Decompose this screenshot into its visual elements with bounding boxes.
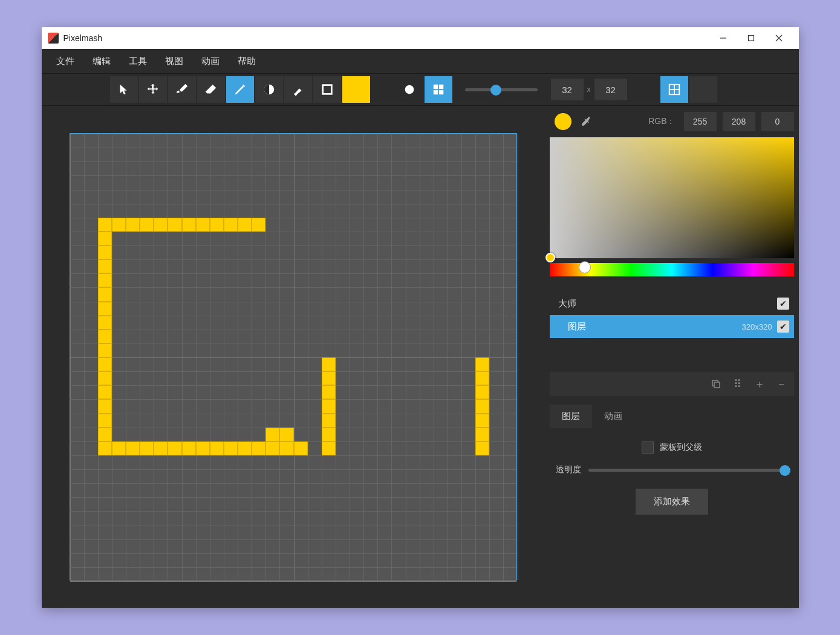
layer-properties: 蒙板到父级 透明度 添加效果 bbox=[550, 433, 794, 523]
menu-file[interactable]: 文件 bbox=[48, 52, 83, 71]
layer-panel: 大师 ✔ 图层 320x320 ✔ bbox=[550, 292, 794, 338]
toolbar: 32 x 32 bbox=[42, 73, 799, 106]
layer-row[interactable]: 图层 320x320 ✔ bbox=[550, 315, 794, 338]
tool-fill[interactable] bbox=[255, 76, 284, 103]
sv-thumb[interactable] bbox=[545, 253, 555, 262]
menu-tools[interactable]: 工具 bbox=[120, 52, 155, 71]
layer-toolbar: ⠿ ＋ － bbox=[550, 372, 794, 396]
canvas-dimensions: 32 x 32 bbox=[551, 79, 627, 100]
tool-pencil[interactable] bbox=[226, 76, 255, 103]
menu-help[interactable]: 帮助 bbox=[229, 52, 264, 71]
titlebar: Pixelmash bbox=[42, 27, 799, 49]
rgb-g-input[interactable]: 208 bbox=[723, 112, 755, 131]
grid-toggle-group bbox=[660, 76, 718, 103]
menu-anim[interactable]: 动画 bbox=[193, 52, 228, 71]
tool-move[interactable] bbox=[138, 76, 168, 103]
layer-duplicate-button[interactable] bbox=[706, 374, 726, 394]
layer-master-name: 大师 bbox=[558, 298, 777, 310]
current-color-swatch[interactable] bbox=[342, 76, 371, 103]
canvas-height-input[interactable]: 32 bbox=[594, 79, 627, 100]
svg-rect-10 bbox=[438, 90, 443, 94]
tool-brush[interactable] bbox=[168, 76, 197, 103]
layer-merge-button[interactable]: ⠿ bbox=[728, 374, 748, 394]
svg-rect-7 bbox=[433, 85, 437, 89]
app-title: Pixelmash bbox=[63, 33, 709, 43]
app-window: Pixelmash 文件 编辑 工具 视图 动画 帮助 bbox=[42, 27, 799, 608]
menubar: 文件 编辑 工具 视图 动画 帮助 bbox=[42, 49, 799, 73]
rgb-b-input[interactable]: 0 bbox=[761, 112, 794, 131]
maximize-button[interactable] bbox=[737, 27, 765, 49]
svg-rect-8 bbox=[438, 85, 443, 89]
layer-visible-checkbox[interactable]: ✔ bbox=[777, 321, 789, 333]
opacity-thumb[interactable] bbox=[780, 465, 790, 476]
content-area: xunhezhan.com RGB： 255 208 0 bbox=[42, 106, 799, 608]
tab-anim[interactable]: 动画 bbox=[592, 405, 634, 428]
svg-rect-15 bbox=[714, 382, 720, 388]
color-row: RGB： 255 208 0 bbox=[550, 111, 794, 132]
tool-smudge[interactable] bbox=[284, 76, 313, 103]
grid-off-button[interactable] bbox=[689, 76, 718, 103]
layer-name: 图层 bbox=[568, 321, 742, 333]
tool-pointer[interactable] bbox=[109, 76, 138, 103]
mask-label: 蒙板到父级 bbox=[660, 442, 702, 453]
grid-on-button[interactable] bbox=[660, 76, 689, 103]
hue-slider[interactable] bbox=[550, 263, 794, 276]
menu-view[interactable]: 视图 bbox=[157, 52, 192, 71]
rgb-label: RGB： bbox=[648, 116, 675, 127]
svg-rect-5 bbox=[322, 85, 331, 94]
layer-size: 320x320 bbox=[742, 322, 772, 331]
app-logo-icon bbox=[48, 33, 59, 44]
brush-shape-circle[interactable] bbox=[395, 76, 424, 103]
svg-rect-1 bbox=[748, 36, 754, 41]
rgb-r-input[interactable]: 255 bbox=[684, 112, 717, 131]
current-color-circle[interactable] bbox=[555, 113, 571, 130]
canvas[interactable] bbox=[70, 133, 517, 581]
layer-tabs: 图层 动画 bbox=[550, 405, 794, 428]
layer-master-row[interactable]: 大师 ✔ bbox=[550, 292, 794, 315]
slider-thumb[interactable] bbox=[490, 85, 501, 96]
mask-checkbox[interactable] bbox=[642, 441, 654, 454]
grid-overlay bbox=[70, 134, 516, 580]
layer-remove-button[interactable]: － bbox=[771, 374, 792, 394]
opacity-slider[interactable] bbox=[588, 469, 788, 472]
layer-master-visible-checkbox[interactable]: ✔ bbox=[777, 298, 789, 310]
add-effect-button[interactable]: 添加效果 bbox=[636, 489, 708, 515]
minimize-button[interactable] bbox=[709, 27, 737, 49]
canvas-area: xunhezhan.com bbox=[42, 106, 545, 608]
opacity-label: 透明度 bbox=[556, 464, 581, 475]
brush-shape-square[interactable] bbox=[424, 76, 453, 103]
opacity-row: 透明度 bbox=[556, 464, 788, 475]
tool-eraser[interactable] bbox=[197, 76, 226, 103]
dim-separator: x bbox=[585, 85, 593, 94]
tool-group bbox=[109, 76, 371, 103]
brush-shape-group bbox=[395, 76, 453, 103]
saturation-value-picker[interactable] bbox=[550, 137, 794, 258]
menu-edit[interactable]: 编辑 bbox=[84, 52, 119, 71]
brush-size-slider[interactable] bbox=[465, 88, 538, 91]
layer-add-button[interactable]: ＋ bbox=[749, 374, 770, 394]
canvas-width-input[interactable]: 32 bbox=[551, 79, 584, 100]
hue-thumb[interactable] bbox=[579, 261, 591, 273]
eyedropper-button[interactable] bbox=[578, 113, 594, 130]
tab-layer[interactable]: 图层 bbox=[550, 405, 592, 428]
right-panel: RGB： 255 208 0 大师 ✔ 图层 320x320 ✔ bbox=[545, 106, 799, 608]
svg-rect-9 bbox=[433, 90, 437, 94]
tool-rect[interactable] bbox=[313, 76, 342, 103]
svg-point-6 bbox=[405, 85, 414, 94]
mask-row: 蒙板到父级 bbox=[556, 441, 788, 454]
close-button[interactable] bbox=[765, 27, 793, 49]
